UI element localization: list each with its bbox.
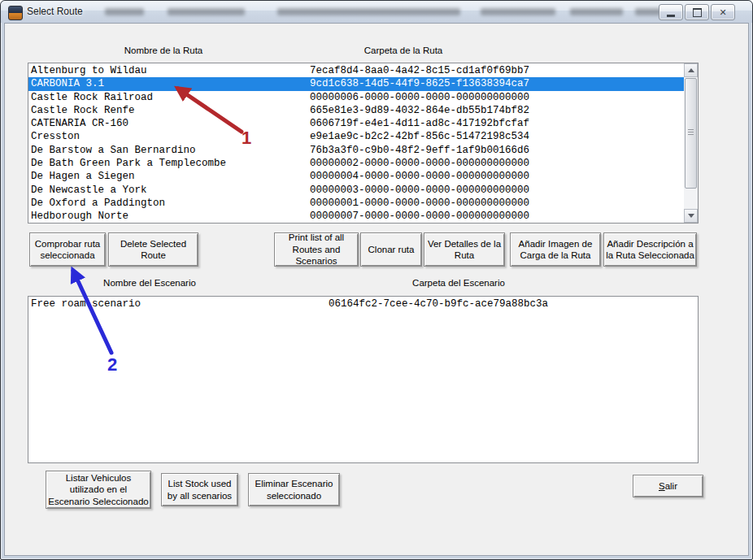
route-row[interactable]: De Newcastle a York00000003-0000-0000-00…: [28, 184, 684, 197]
close-button[interactable]: ✕: [711, 4, 735, 20]
route-list-scrollbar[interactable]: [684, 63, 698, 223]
maximize-icon: [693, 8, 702, 17]
window-controls: ✕: [659, 4, 735, 20]
scenario-list[interactable]: Free roam scenario06164fc2-7cee-4c70-b9f…: [28, 296, 699, 463]
titlebar-blur-artifact: [277, 8, 460, 15]
dialog-body: Nombre de la Ruta Carpeta de la Ruta Alt…: [4, 23, 749, 556]
route-row[interactable]: De Bath Green Park a Templecombe00000002…: [28, 157, 684, 170]
exit-button-label: Salir: [659, 480, 677, 492]
route-row[interactable]: De Hagen a Siegen00000004-0000-0000-0000…: [28, 170, 684, 183]
route-row[interactable]: Altenburg to Wildau7ecaf8d4-8aa0-4a42-8c…: [28, 64, 684, 77]
scroll-thumb[interactable]: [685, 78, 697, 189]
route-row[interactable]: Hedborough Norte00000007-0000-0000-0000-…: [28, 210, 684, 223]
clone-route-button[interactable]: Clonar ruta: [360, 232, 422, 267]
delete-scenario-button[interactable]: Eliminar Escenario seleccionado: [248, 473, 340, 506]
check-selected-route-button[interactable]: Comprobar ruta seleccionada: [29, 232, 106, 267]
add-route-description-button[interactable]: Añadir Descripción a la Ruta Seleccionad…: [603, 232, 697, 267]
scroll-up-icon: [688, 68, 694, 72]
titlebar-blur-artifact: [570, 8, 623, 15]
titlebar-blur-artifact: [105, 8, 144, 15]
route-row[interactable]: De Barstow a San Bernardino76b3a3f0-c9b0…: [28, 144, 684, 157]
route-name-header: Nombre de la Ruta: [98, 46, 229, 55]
route-row[interactable]: Castle Rock Railroad00000006-0000-0000-0…: [28, 91, 684, 104]
maximize-button[interactable]: [685, 4, 709, 20]
window-title: Select Route: [27, 6, 83, 17]
print-routes-button[interactable]: Print list of all Routes and Scenarios: [274, 232, 359, 267]
scenario-folder-header: Carpeta del Escenario: [390, 278, 528, 288]
delete-selected-route-button[interactable]: Delete Selected Route: [108, 232, 198, 267]
route-row[interactable]: Castle Rock Renfe665e81e3-9d89-4032-864e…: [28, 104, 684, 117]
scenario-list-rows: Free roam scenario06164fc2-7cee-4c70-b9f…: [28, 297, 698, 462]
app-icon: [8, 6, 23, 20]
list-stock-button[interactable]: List Stock used by all scenarios: [161, 473, 238, 506]
scroll-up-button[interactable]: [684, 63, 698, 77]
scenario-name-header: Nombre del Escenario: [81, 278, 219, 288]
add-route-image-button[interactable]: Añadir Imagen de Carga de la Ruta: [510, 232, 601, 267]
route-folder-header: Carpeta de la Ruta: [338, 46, 468, 55]
select-route-window: Select Route ✕ Nombre de la Ruta Carpeta…: [0, 0, 753, 560]
scroll-down-button[interactable]: [684, 209, 698, 223]
titlebar-blur-artifact: [168, 8, 245, 15]
route-list-rows: Altenburg to Wildau7ecaf8d4-8aa0-4a42-8c…: [28, 64, 684, 223]
route-list[interactable]: Altenburg to Wildau7ecaf8d4-8aa0-4a42-8c…: [28, 63, 699, 224]
exit-button[interactable]: Salir: [633, 475, 703, 497]
minimize-icon: [667, 15, 675, 17]
route-row[interactable]: CATENARIA CR-1600606719f-e4e1-4d11-ad8c-…: [28, 117, 684, 130]
view-route-details-button[interactable]: Ver Detalles de la Ruta: [424, 232, 505, 267]
close-icon: ✕: [719, 7, 726, 18]
title-bar[interactable]: Select Route ✕: [1, 1, 752, 23]
route-row[interactable]: Cresstone9e1ae9c-b2c2-42bf-856c-51472198…: [28, 130, 684, 143]
route-row[interactable]: De Oxford a Paddington00000001-0000-0000…: [28, 197, 684, 210]
titlebar-blur-artifact: [481, 8, 555, 15]
scroll-down-icon: [688, 214, 694, 218]
route-row-selected[interactable]: CARBONIA 3.19cd1c638-14d5-44f9-8625-f136…: [28, 77, 684, 90]
list-vehicles-button[interactable]: Listar Vehiculos utilizado en el Escenar…: [46, 471, 151, 509]
scenario-row[interactable]: Free roam scenario06164fc2-7cee-4c70-b9f…: [28, 297, 698, 310]
minimize-button[interactable]: [659, 4, 683, 20]
